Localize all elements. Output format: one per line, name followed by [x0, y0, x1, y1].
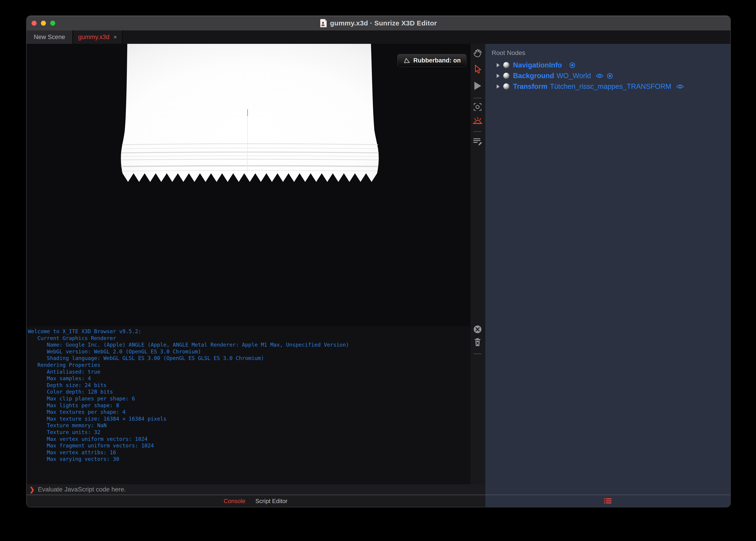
console-input-placeholder: Evaluate JavaScript code here.: [38, 486, 126, 493]
expander-icon[interactable]: [497, 74, 500, 78]
rubberband-indicator: Rubberband: on: [397, 54, 466, 67]
tab-console[interactable]: Console: [224, 498, 245, 505]
eye-icon[interactable]: [676, 84, 684, 90]
node-sphere-icon: [503, 83, 509, 90]
close-window-button[interactable]: [32, 21, 37, 26]
expander-icon[interactable]: [497, 85, 500, 89]
clear-circle-icon[interactable]: [473, 325, 482, 334]
strip-divider: [473, 131, 482, 132]
tab-label: New Scene: [34, 34, 65, 41]
window-title: gummy.x3d · Sunrize X3D Editor: [330, 19, 437, 27]
console-log-text: Welcome to X_ITE X3D Browser v9.5.2: Cur…: [27, 326, 485, 463]
toolbar-strip: [471, 44, 485, 484]
console-input-row[interactable]: ❯ Evaluate JavaScript code here.: [27, 484, 485, 495]
tab-bar: New Scene gummy.x3d ×: [27, 30, 730, 44]
tab-script-editor[interactable]: Script Editor: [255, 498, 288, 505]
play-icon[interactable]: [473, 81, 482, 91]
tab-close-icon[interactable]: ×: [113, 34, 117, 41]
strip-divider: [473, 98, 482, 98]
tree-row-background[interactable]: Background WO_World: [485, 70, 730, 81]
trash-icon[interactable]: [473, 337, 482, 347]
node-type[interactable]: Background: [513, 72, 554, 80]
console-prompt-icon: ❯: [29, 486, 35, 493]
outline-list-icon[interactable]: [603, 497, 612, 505]
node-name[interactable]: WO_World: [557, 72, 591, 80]
rubberband-triangle-icon: [403, 57, 410, 64]
node-type[interactable]: Transform: [513, 82, 548, 91]
node-tree: NavigationInfo Ba: [485, 60, 730, 92]
sunrise-icon[interactable]: [472, 116, 483, 126]
expander-icon[interactable]: [497, 63, 500, 67]
strip-divider: [473, 354, 482, 354]
desktop: gummy.x3d · Sunrize X3D Editor New Scene…: [0, 0, 756, 541]
node-sphere-icon: [503, 73, 509, 79]
minimize-window-button[interactable]: [41, 21, 46, 26]
x3d-file-icon: [320, 19, 327, 27]
tree-row-navigationinfo[interactable]: NavigationInfo: [485, 60, 730, 70]
cursor-arrow-icon[interactable]: [473, 64, 483, 75]
tree-row-transform[interactable]: Transform Tütchen_rissc_mappes_TRANSFORM: [485, 81, 730, 92]
titlebar[interactable]: gummy.x3d · Sunrize X3D Editor: [27, 16, 730, 30]
script-edit-icon[interactable]: [472, 137, 483, 147]
tab-label: gummy.x3d: [78, 34, 110, 41]
rubberband-label: Rubberband: on: [413, 57, 461, 64]
node-type[interactable]: NavigationInfo: [513, 61, 562, 69]
zoom-window-button[interactable]: [50, 21, 55, 26]
console-output: Welcome to X_ITE X3D Browser v9.5.2: Cur…: [27, 326, 485, 484]
bottom-divider: [27, 495, 730, 495]
outline-header: Root Nodes: [485, 44, 730, 57]
node-sphere-icon: [503, 62, 509, 68]
bind-icon[interactable]: [606, 72, 613, 79]
tab-gummy-x3d[interactable]: gummy.x3d ×: [73, 30, 123, 44]
center-view-icon[interactable]: [473, 102, 483, 112]
hand-pan-icon[interactable]: [472, 48, 483, 58]
outline-footer: [485, 495, 730, 507]
app-window: gummy.x3d · Sunrize X3D Editor New Scene…: [27, 16, 730, 507]
console-tab-bar: Console Script Editor: [27, 495, 485, 507]
node-name[interactable]: Tütchen_rissc_mappes_TRANSFORM: [550, 82, 671, 91]
bind-icon[interactable]: [569, 62, 576, 69]
outline-panel: Root Nodes NavigationInfo: [485, 44, 730, 507]
gummy-bag-render: [27, 44, 485, 326]
viewport-3d[interactable]: Rubberband: on: [27, 44, 485, 326]
tab-new-scene[interactable]: New Scene: [27, 30, 73, 44]
eye-icon[interactable]: [596, 73, 604, 79]
traffic-lights: [29, 16, 55, 30]
